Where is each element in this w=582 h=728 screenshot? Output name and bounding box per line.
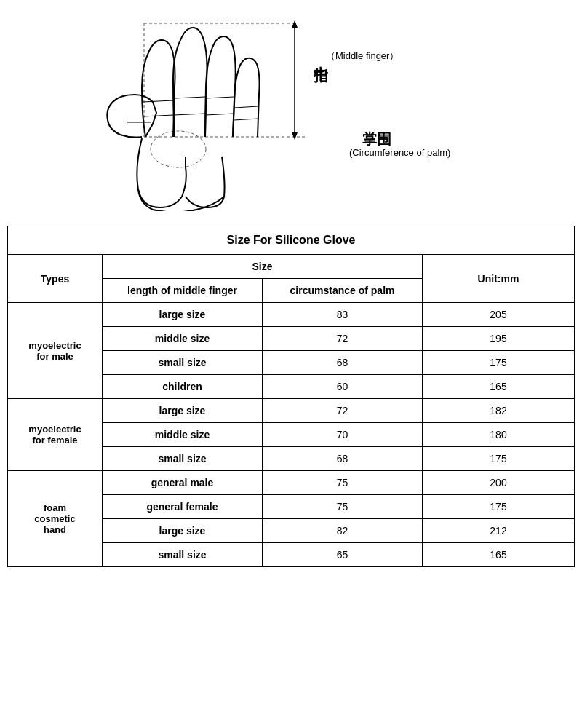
subtype-label: small size [103, 447, 263, 471]
middle-finger-length: 75 [263, 495, 423, 519]
palm-circumstance: 175 [423, 447, 575, 471]
palm-circumstance: 200 [423, 471, 575, 495]
palm-circumstance: 165 [423, 375, 575, 399]
type-label: myoelectric for female [8, 399, 103, 471]
diagram-container: 中指 （Middle finger） 掌围 (Circumference of … [102, 15, 480, 211]
svg-point-6 [151, 131, 206, 167]
middle-finger-length: 60 [263, 375, 423, 399]
svg-line-7 [143, 115, 173, 116]
middle-finger-length: 70 [263, 423, 423, 447]
middle-finger-length: 83 [263, 303, 423, 327]
palm-circumstance: 175 [423, 351, 575, 375]
subtype-label: large size [103, 303, 263, 327]
header-col1: length of middle finger [103, 279, 263, 303]
palm-circumstance: 195 [423, 327, 575, 351]
table-row: myoelectric for femalelarge size72182 [8, 399, 575, 423]
middle-finger-length: 65 [263, 543, 423, 567]
table-title: Size For Silicone Glove [8, 226, 575, 255]
table-row: myoelectric for malelarge size83205 [8, 303, 575, 327]
svg-marker-5 [292, 132, 298, 140]
middle-finger-length: 75 [263, 471, 423, 495]
middle-finger-length: 82 [263, 519, 423, 543]
subtype-label: small size [103, 351, 263, 375]
subtype-label: general male [103, 471, 263, 495]
subtype-label: middle size [103, 423, 263, 447]
palm-circumstance: 180 [423, 423, 575, 447]
svg-line-9 [174, 114, 205, 115]
header-size: Size [103, 255, 423, 279]
subtype-label: small size [103, 543, 263, 567]
type-label: myoelectric for male [8, 303, 103, 399]
subtype-label: general female [103, 495, 263, 519]
subtype-label: large size [103, 399, 263, 423]
diagram-section: 中指 （Middle finger） 掌围 (Circumference of … [0, 0, 582, 226]
palm-circumstance: 182 [423, 399, 575, 423]
table-row: foam cosmetic handgeneral male75200 [8, 471, 575, 495]
palm-circumstance: 175 [423, 495, 575, 519]
middle-finger-length: 72 [263, 399, 423, 423]
subtype-label: children [103, 375, 263, 399]
english-finger-label: （Middle finger） [326, 50, 399, 63]
palm-circumstance: 212 [423, 519, 575, 543]
subtype-label: large size [103, 519, 263, 543]
chinese-palm-label: 掌围 [362, 130, 391, 149]
middle-finger-length: 72 [263, 327, 423, 351]
svg-line-11 [206, 114, 234, 115]
palm-circumstance: 205 [423, 303, 575, 327]
svg-line-8 [143, 100, 173, 102]
header-col2: circumstance of palm [263, 279, 423, 303]
english-palm-label: (Circumference of palm) [349, 147, 450, 158]
middle-finger-length: 68 [263, 351, 423, 375]
header-types: Types [8, 255, 103, 303]
svg-line-10 [175, 97, 205, 98]
table-section: Size For Silicone Glove Types Size Unit:… [0, 226, 582, 567]
size-table: Size For Silicone Glove Types Size Unit:… [7, 226, 575, 567]
svg-line-14 [234, 106, 258, 108]
type-label: foam cosmetic hand [8, 471, 103, 567]
header-unit: Unit:mm [423, 255, 575, 303]
svg-marker-4 [292, 20, 298, 28]
svg-line-13 [234, 119, 258, 120]
hand-illustration [102, 15, 306, 211]
svg-line-12 [206, 97, 234, 98]
palm-circumstance: 165 [423, 543, 575, 567]
subtype-label: middle size [103, 327, 263, 351]
middle-finger-length: 68 [263, 447, 423, 471]
